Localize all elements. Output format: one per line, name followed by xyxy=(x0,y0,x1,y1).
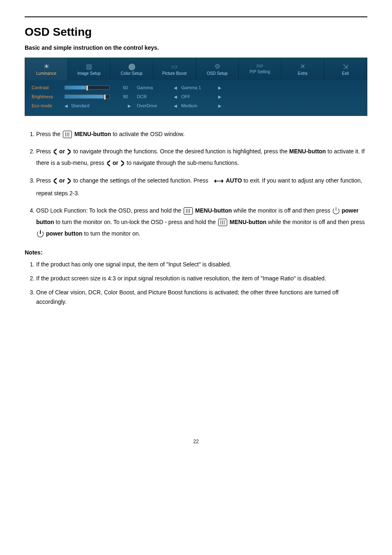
text: Press xyxy=(36,177,53,184)
text: Press the xyxy=(36,131,62,137)
osd-row-label-contrast: Contrast xyxy=(32,85,65,90)
osd-row-label-brightness: Brightness xyxy=(32,94,65,99)
osd-tab-bar: ☀ Luminance ▨ Image Setup ⬤ Color Setup … xyxy=(25,58,367,80)
right-arrow-icon[interactable]: ▶ xyxy=(214,95,226,99)
instruction-step-4: OSD Lock Function: To lock the OSD, pres… xyxy=(36,205,367,239)
note-item: If the product screen size is 4:3 or inp… xyxy=(36,274,367,284)
osd-tab-osd-setup[interactable]: ⚙ OSD Setup xyxy=(196,58,239,80)
right-arrow-icon[interactable]: ▶ xyxy=(214,86,226,90)
text: to navigate through the sub-menu functio… xyxy=(127,160,239,166)
text-bold: AUTO xyxy=(226,177,242,184)
page-subtitle: Basic and simple instruction on the cont… xyxy=(25,44,367,51)
osd-slider-brightness[interactable] xyxy=(65,95,122,99)
page-number: 22 xyxy=(25,439,367,444)
text: to navigate through the functions. Once … xyxy=(73,148,289,155)
text: to activate the OSD window. xyxy=(113,131,184,137)
page-title: OSD Setting xyxy=(25,25,367,39)
left-arrow-icon[interactable]: ◀ xyxy=(170,86,181,90)
osd-opt-overdrive-value: Medium xyxy=(181,103,214,108)
extra-icon: ✕ xyxy=(300,62,305,70)
picture-boost-icon: ▭ xyxy=(171,62,178,70)
osd-tab-label: Image Setup xyxy=(77,71,101,76)
text-bold: or xyxy=(59,177,67,184)
osd-opt-overdrive: OverDrive xyxy=(137,103,170,108)
text-bold: or xyxy=(59,148,67,155)
pip-icon: PIP xyxy=(256,64,263,69)
osd-tab-color-setup[interactable]: ⬤ Color Setup xyxy=(111,58,153,80)
text-bold: MENU-button xyxy=(195,207,232,214)
osd-body: Contrast 50 Gamma ◀ Gamma 1 ▶ Brightness… xyxy=(25,80,367,116)
left-arrow-icon[interactable]: ◀ xyxy=(170,104,181,108)
osd-tab-pip-setting[interactable]: PIP PIP Setting xyxy=(239,58,281,80)
exit-icon: ⇲ xyxy=(343,62,348,70)
osd-tab-label: Exit xyxy=(342,71,349,76)
menu-icon xyxy=(63,131,72,138)
instruction-step-1: Press the MENU-button to activate the OS… xyxy=(36,128,367,140)
note-item: If the product has only one signal input… xyxy=(36,260,367,270)
osd-opt-dcr: DCR xyxy=(137,94,170,99)
power-icon xyxy=(333,208,339,214)
osd-opt-dcr-value: OFF xyxy=(181,94,214,99)
text: while the monitor is off and then press xyxy=(233,207,332,214)
instruction-list: Press the MENU-button to activate the OS… xyxy=(25,128,367,239)
image-setup-icon: ▨ xyxy=(86,62,92,70)
page-top-divider xyxy=(25,16,367,17)
color-setup-icon: ⬤ xyxy=(128,62,136,70)
osd-opt-gamma-value: Gamma 1 xyxy=(181,85,214,90)
menu-icon xyxy=(218,219,227,226)
right-arrow-icon[interactable]: ▶ xyxy=(214,104,226,108)
note-item: One of Clear vision, DCR, Color Boost, a… xyxy=(36,288,367,308)
osd-slider-contrast[interactable] xyxy=(65,86,122,90)
osd-value-contrast: 50 xyxy=(122,85,137,90)
instruction-step-3: Press < or > to change the settings of t… xyxy=(36,174,367,199)
text: to turn the monitor on. xyxy=(84,230,140,237)
osd-tab-exit[interactable]: ⇲ Exit xyxy=(324,58,367,80)
osd-value-brightness: 90 xyxy=(122,94,137,99)
osd-tab-extra[interactable]: ✕ Extra xyxy=(281,58,324,80)
osd-row-label-eco: Eco mode xyxy=(32,103,65,108)
osd-tab-picture-boost[interactable]: ▭ Picture Boost xyxy=(153,58,196,80)
text-bold: MENU-button xyxy=(289,148,326,155)
notes-heading: Notes: xyxy=(25,249,367,256)
left-arrow-icon[interactable]: ◀ xyxy=(170,95,181,99)
text: to turn the monitor on. To un-lock the O… xyxy=(55,219,217,225)
text: while the monitor is off and then press xyxy=(268,219,365,225)
text: OSD Lock Function: To lock the OSD, pres… xyxy=(36,207,183,214)
power-icon xyxy=(37,231,44,237)
text-bold: power button xyxy=(46,230,83,237)
osd-tab-label: Extra xyxy=(298,71,307,76)
menu-icon xyxy=(184,207,193,215)
text: to change the settings of the selected f… xyxy=(73,177,210,184)
right-arrow-icon[interactable]: ▶ xyxy=(122,104,137,108)
osd-tab-label: Color Setup xyxy=(121,71,143,76)
osd-tab-luminance[interactable]: ☀ Luminance xyxy=(25,58,68,80)
osd-opt-gamma: Gamma xyxy=(137,85,170,90)
text-bold: MENU-button xyxy=(230,219,266,225)
sun-icon: ☀ xyxy=(44,62,49,70)
osd-setup-icon: ⚙ xyxy=(214,62,220,70)
osd-tab-image-setup[interactable]: ▨ Image Setup xyxy=(68,58,111,80)
osd-tab-label: PIP Setting xyxy=(250,69,270,74)
auto-icon: ⟷ xyxy=(214,174,224,187)
osd-tab-label: Picture Boost xyxy=(162,71,187,76)
text-bold: or xyxy=(113,160,120,166)
osd-eco-value: Standard xyxy=(71,103,90,108)
osd-tab-label: OSD Setup xyxy=(207,71,228,76)
osd-tab-label: Luminance xyxy=(36,71,56,76)
text-bold: MENU-button xyxy=(74,131,111,137)
notes-list: If the product has only one signal input… xyxy=(25,260,367,307)
left-arrow-icon[interactable]: ◀ xyxy=(65,104,68,108)
osd-screenshot: ☀ Luminance ▨ Image Setup ⬤ Color Setup … xyxy=(25,58,367,116)
text: Press xyxy=(36,148,53,155)
instruction-step-2: Press < or > to navigate through the fun… xyxy=(36,146,367,169)
